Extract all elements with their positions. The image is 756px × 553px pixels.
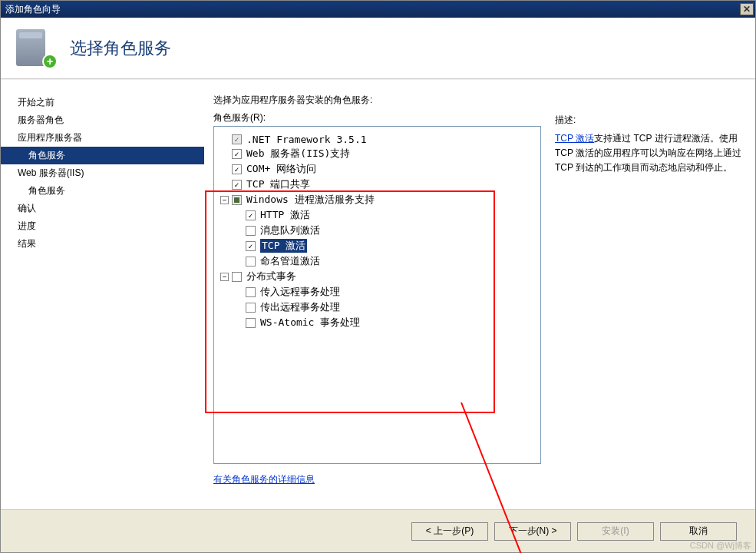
tree-label[interactable]: WS-Atomic 事务处理 <box>260 316 360 329</box>
tree-item[interactable]: 命名管道激活 <box>234 253 534 269</box>
install-button[interactable]: 安装(I) <box>577 522 654 541</box>
main-left: 选择为应用程序服务器安装的角色服务: 角色服务(R): .NET Framewo… <box>213 94 541 502</box>
tree-checkbox[interactable] <box>232 272 242 282</box>
tree-label[interactable]: TCP 激活 <box>260 239 307 253</box>
tree-item[interactable]: COM+ 网络访问 <box>220 161 534 177</box>
tree-item[interactable]: HTTP 激活 <box>234 207 534 223</box>
sidebar-item[interactable]: 结果 <box>1 235 204 253</box>
tree-checkbox[interactable] <box>246 241 256 251</box>
tree-item[interactable]: TCP 端口共享 <box>220 177 534 192</box>
cancel-button[interactable]: 取消 <box>660 522 737 541</box>
close-button[interactable]: ✕ <box>740 3 754 15</box>
description-link[interactable]: TCP 激活 <box>555 133 594 144</box>
description-title: 描述: <box>555 114 743 127</box>
window-title: 添加角色向导 <box>5 3 61 16</box>
tree-checkbox[interactable] <box>246 318 256 328</box>
wizard-window: 添加角色向导 ✕ + 选择角色服务 开始之前服务器角色应用程序服务器角色服务We… <box>0 0 756 553</box>
tree-item[interactable]: −分布式事务 <box>220 269 534 284</box>
tree-label[interactable]: 消息队列激活 <box>260 224 320 237</box>
body: 开始之前服务器角色应用程序服务器角色服务Web 服务器(IIS)角色服务确认进度… <box>1 79 755 509</box>
tree-checkbox[interactable] <box>246 303 256 313</box>
page-title: 选择角色服务 <box>70 37 171 60</box>
tree-label[interactable]: .NET Framework 3.5.1 <box>246 134 367 145</box>
tree-label[interactable]: 分布式事务 <box>246 270 296 283</box>
next-button[interactable]: 下一步(N) > <box>494 522 571 541</box>
watermark: CSDN @Wj博客 <box>690 540 751 551</box>
wizard-icon: + <box>16 29 54 68</box>
description-body: TCP 激活支持通过 TCP 进行进程激活。使用 TCP 激活的应用程序可以为响… <box>555 131 743 176</box>
tree-label[interactable]: Web 服务器(IIS)支持 <box>246 147 350 161</box>
tree-expander[interactable]: − <box>220 273 229 281</box>
plus-icon: + <box>42 54 58 69</box>
tree-checkbox[interactable] <box>232 180 242 190</box>
role-services-tree[interactable]: .NET Framework 3.5.1Web 服务器(IIS)支持COM+ 网… <box>213 126 541 464</box>
description-panel: 描述: TCP 激活支持通过 TCP 进行进程激活。使用 TCP 激活的应用程序… <box>555 94 743 502</box>
tree-item[interactable]: Web 服务器(IIS)支持 <box>220 146 534 161</box>
role-services-label: 角色服务(R): <box>213 111 541 124</box>
tree-item[interactable]: WS-Atomic 事务处理 <box>234 315 534 330</box>
tree-item[interactable]: −Windows 进程激活服务支持 <box>220 192 534 207</box>
tree-checkbox[interactable] <box>232 149 242 159</box>
sidebar-item[interactable]: 确认 <box>1 200 204 217</box>
sidebar-item[interactable]: 角色服务 <box>1 182 204 200</box>
tree-checkbox[interactable] <box>246 210 256 220</box>
tree-item[interactable]: TCP 激活 <box>234 238 534 253</box>
tree-label[interactable]: TCP 端口共享 <box>246 177 310 191</box>
sidebar-item[interactable]: 角色服务 <box>1 147 204 164</box>
tree-item[interactable]: 消息队列激活 <box>234 223 534 238</box>
tree-label[interactable]: 命名管道激活 <box>260 254 320 268</box>
tree-expander[interactable]: − <box>220 196 229 204</box>
tree-checkbox[interactable] <box>246 287 256 297</box>
tree-checkbox[interactable] <box>246 257 256 267</box>
tree-label[interactable]: 传入远程事务处理 <box>260 285 340 299</box>
tree-checkbox[interactable] <box>232 134 242 144</box>
more-info-link[interactable]: 有关角色服务的详细信息 <box>213 473 541 486</box>
tree-item[interactable]: 传出远程事务处理 <box>234 300 534 315</box>
tree-item[interactable]: .NET Framework 3.5.1 <box>220 133 534 146</box>
sidebar-item[interactable]: 服务器角色 <box>1 111 204 129</box>
tree-label[interactable]: COM+ 网络访问 <box>246 162 316 176</box>
main-content: 选择为应用程序服务器安装的角色服务: 角色服务(R): .NET Framewo… <box>204 80 755 509</box>
tree-checkbox[interactable] <box>246 226 256 236</box>
prompt-text: 选择为应用程序服务器安装的角色服务: <box>213 94 541 107</box>
tree-label[interactable]: Windows 进程激活服务支持 <box>246 193 375 207</box>
tree-label[interactable]: HTTP 激活 <box>260 208 310 222</box>
tree-checkbox[interactable] <box>232 164 242 174</box>
sidebar-item[interactable]: 开始之前 <box>1 94 204 111</box>
footer: < 上一步(P) 下一步(N) > 安装(I) 取消 <box>1 509 755 552</box>
titlebar: 添加角色向导 ✕ <box>1 1 755 18</box>
tree-item[interactable]: 传入远程事务处理 <box>234 284 534 300</box>
sidebar: 开始之前服务器角色应用程序服务器角色服务Web 服务器(IIS)角色服务确认进度… <box>1 80 204 509</box>
tree-checkbox[interactable] <box>232 195 242 205</box>
prev-button[interactable]: < 上一步(P) <box>411 522 488 541</box>
header: + 选择角色服务 <box>1 18 755 79</box>
sidebar-item[interactable]: 应用程序服务器 <box>1 129 204 147</box>
tree-label[interactable]: 传出远程事务处理 <box>260 300 340 314</box>
sidebar-item[interactable]: 进度 <box>1 217 204 235</box>
sidebar-item[interactable]: Web 服务器(IIS) <box>1 164 204 182</box>
